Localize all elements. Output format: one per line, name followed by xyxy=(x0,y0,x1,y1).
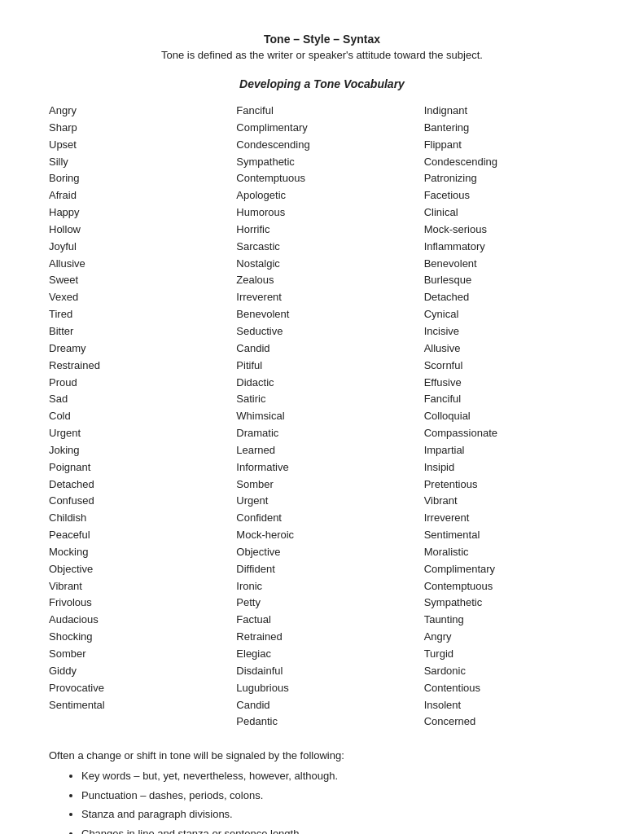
word-item: Apologetic xyxy=(236,188,407,204)
word-item: Hollow xyxy=(49,222,220,238)
word-item: Provocative xyxy=(49,681,220,696)
word-item: Contemptuous xyxy=(424,579,595,595)
word-item: Compassionate xyxy=(424,426,595,441)
word-item: Complimentary xyxy=(236,121,407,136)
section-title: Developing a Tone Vocabulary xyxy=(49,77,595,90)
word-item: Candid xyxy=(236,341,407,357)
word-item: Bitter xyxy=(49,324,220,340)
word-item: Vibrant xyxy=(49,579,220,595)
word-item: Facetious xyxy=(424,188,595,204)
word-item: Bantering xyxy=(424,121,595,136)
word-item: Audacious xyxy=(49,612,220,628)
word-item: Mock-serious xyxy=(424,222,595,238)
word-item: Concerned xyxy=(424,714,595,730)
word-item: Informative xyxy=(236,460,407,476)
word-item: Sharp xyxy=(49,121,220,136)
word-item: Angry xyxy=(49,103,220,119)
word-item: Sentimental xyxy=(49,698,220,713)
word-item: Burlesque xyxy=(424,273,595,288)
word-item: Confused xyxy=(49,494,220,509)
word-item: Condescending xyxy=(236,138,407,153)
word-item: Colloquial xyxy=(424,409,595,424)
word-item: Zealous xyxy=(236,273,407,288)
word-item: Allusive xyxy=(424,341,595,357)
signal-list-item: Punctuation – dashes, periods, colons. xyxy=(81,788,595,804)
word-item: Tired xyxy=(49,307,220,323)
word-item: Scornful xyxy=(424,358,595,374)
word-item: Contentious xyxy=(424,681,595,696)
word-item: Childish xyxy=(49,511,220,526)
word-item: Irreverent xyxy=(424,511,595,526)
word-item: Joyful xyxy=(49,239,220,255)
word-item: Irreverent xyxy=(236,290,407,305)
word-item: Turgid xyxy=(424,647,595,662)
word-item: Fanciful xyxy=(236,103,407,119)
word-item: Shocking xyxy=(49,630,220,645)
word-item: Somber xyxy=(49,647,220,662)
word-item: Allusive xyxy=(49,257,220,272)
word-item: Detached xyxy=(49,477,220,493)
word-item: Insipid xyxy=(424,460,595,476)
word-item: Vibrant xyxy=(424,494,595,509)
word-item: Clinical xyxy=(424,205,595,221)
word-item: Impartial xyxy=(424,443,595,459)
word-item: Mocking xyxy=(49,545,220,560)
word-item: Vexed xyxy=(49,290,220,305)
word-item: Seductive xyxy=(236,324,407,340)
word-item: Boring xyxy=(49,171,220,187)
word-item: Mock-heroic xyxy=(236,528,407,543)
page-title: Tone – Style – Syntax xyxy=(49,33,595,46)
word-item: Factual xyxy=(236,612,407,628)
word-item: Benevolent xyxy=(424,257,595,272)
word-item: Satiric xyxy=(236,392,407,407)
word-item: Pretentious xyxy=(424,477,595,493)
word-item: Indignant xyxy=(424,103,595,119)
column-3: IndignantBanteringFlippantCondescendingP… xyxy=(416,103,595,730)
word-item: Sarcastic xyxy=(236,239,407,255)
word-item: Peaceful xyxy=(49,528,220,543)
word-item: Urgent xyxy=(236,494,407,509)
word-item: Happy xyxy=(49,205,220,221)
word-item: Whimsical xyxy=(236,409,407,424)
word-item: Pitiful xyxy=(236,358,407,374)
word-item: Detached xyxy=(424,290,595,305)
word-item: Silly xyxy=(49,155,220,170)
word-item: Lugubrious xyxy=(236,681,407,696)
word-item: Poignant xyxy=(49,460,220,476)
word-item: Condescending xyxy=(424,155,595,170)
column-1: AngrySharpUpsetSillyBoringAfraidHappyHol… xyxy=(49,103,228,730)
word-item: Frivolous xyxy=(49,595,220,611)
signal-list-item: Changes in line and stanza or sentence l… xyxy=(81,826,595,834)
word-item: Sweet xyxy=(49,273,220,288)
word-item: Afraid xyxy=(49,188,220,204)
word-item: Angry xyxy=(424,630,595,645)
page-subtitle: Tone is defined as the writer or speaker… xyxy=(49,49,595,61)
word-item: Urgent xyxy=(49,426,220,441)
columns-container: AngrySharpUpsetSillyBoringAfraidHappyHol… xyxy=(49,103,595,730)
word-item: Retrained xyxy=(236,630,407,645)
word-item: Objective xyxy=(49,562,220,577)
word-item: Contemptuous xyxy=(236,171,407,187)
word-item: Inflammatory xyxy=(424,239,595,255)
signal-list-item: Stanza and paragraph divisions. xyxy=(81,806,595,823)
word-item: Giddy xyxy=(49,664,220,679)
word-item: Sympathetic xyxy=(236,155,407,170)
word-item: Incisive xyxy=(424,324,595,340)
word-item: Flippant xyxy=(424,138,595,153)
signal-section: Often a change or shift in tone will be … xyxy=(49,749,595,834)
word-item: Patronizing xyxy=(424,171,595,187)
word-item: Diffident xyxy=(236,562,407,577)
word-item: Sad xyxy=(49,392,220,407)
word-item: Cold xyxy=(49,409,220,424)
word-item: Learned xyxy=(236,443,407,459)
word-item: Elegiac xyxy=(236,647,407,662)
word-item: Sentimental xyxy=(424,528,595,543)
word-item: Complimentary xyxy=(424,562,595,577)
word-item: Horrific xyxy=(236,222,407,238)
word-item: Benevolent xyxy=(236,307,407,323)
word-item: Insolent xyxy=(424,698,595,713)
column-2: FancifulComplimentaryCondescendingSympat… xyxy=(228,103,415,730)
word-item: Moralistic xyxy=(424,545,595,560)
word-item: Disdainful xyxy=(236,664,407,679)
word-item: Ironic xyxy=(236,579,407,595)
